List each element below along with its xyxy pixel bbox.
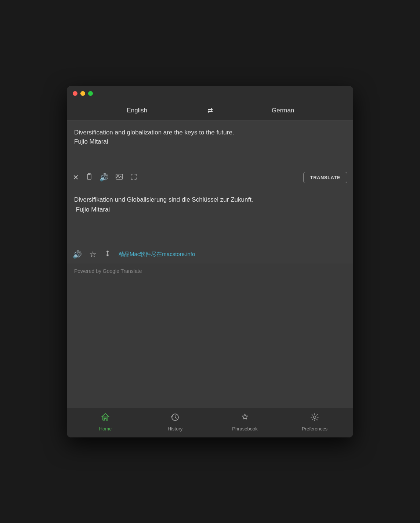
history-label: History <box>168 426 182 432</box>
maximize-button[interactable] <box>88 91 93 96</box>
fullscreen-icon[interactable] <box>130 173 137 182</box>
translated-text: Diversifikation und Globalisierung sind … <box>74 195 346 214</box>
nav-item-history[interactable]: History <box>140 412 210 432</box>
translation-area: Diversifikation und Globalisierung sind … <box>67 187 353 246</box>
minimize-button[interactable] <box>80 91 85 96</box>
target-language-button[interactable]: German <box>220 105 346 116</box>
nav-item-phrasebook[interactable]: Phrasebook <box>210 412 280 432</box>
preferences-label: Preferences <box>302 426 327 432</box>
home-label: Home <box>99 426 112 432</box>
toolbar-icons: ✕ 🔊 <box>73 173 297 183</box>
sort-icon[interactable] <box>104 250 111 259</box>
watermark-link[interactable]: 精品Mac软件尽在macstore.info <box>119 251 195 258</box>
phrasebook-icon <box>240 412 250 424</box>
svg-rect-0 <box>87 174 91 179</box>
favorite-icon[interactable]: ☆ <box>89 250 97 259</box>
translation-actions: 🔊 ☆ 精品Mac软件尽在macstore.info <box>67 246 353 263</box>
source-text: Diversification and globalization are th… <box>74 128 346 147</box>
image-icon[interactable] <box>115 173 123 183</box>
close-button[interactable] <box>73 91 77 96</box>
clear-icon[interactable]: ✕ <box>73 173 79 182</box>
powered-by-bar: Powered by Google Translate <box>67 263 353 279</box>
bottom-nav: Home History Phrasebook <box>67 408 353 437</box>
titlebar <box>67 86 353 101</box>
source-language-button[interactable]: English <box>74 105 200 116</box>
svg-rect-2 <box>116 174 123 179</box>
app-window: English ⇄ German Diversification and glo… <box>67 86 353 437</box>
source-text-area[interactable]: Diversification and globalization are th… <box>67 120 353 168</box>
svg-point-5 <box>314 416 316 418</box>
toolbar: ✕ 🔊 TRANSLATE <box>67 168 353 187</box>
nav-item-preferences[interactable]: Preferences <box>280 412 350 432</box>
svg-point-3 <box>117 175 119 176</box>
swap-languages-button[interactable]: ⇄ <box>200 107 220 115</box>
nav-item-home[interactable]: Home <box>70 412 140 432</box>
speaker-icon[interactable]: 🔊 <box>99 173 109 182</box>
phrasebook-label: Phrasebook <box>232 426 257 432</box>
empty-area <box>67 279 353 408</box>
clipboard-icon[interactable] <box>86 173 93 182</box>
translate-button[interactable]: TRANSLATE <box>303 172 347 183</box>
preferences-icon <box>310 412 319 424</box>
language-bar: English ⇄ German <box>67 101 353 120</box>
tts-icon[interactable]: 🔊 <box>73 250 82 259</box>
history-icon <box>170 412 180 424</box>
powered-by-text: Powered by Google Translate <box>74 268 142 274</box>
home-icon <box>101 412 110 424</box>
